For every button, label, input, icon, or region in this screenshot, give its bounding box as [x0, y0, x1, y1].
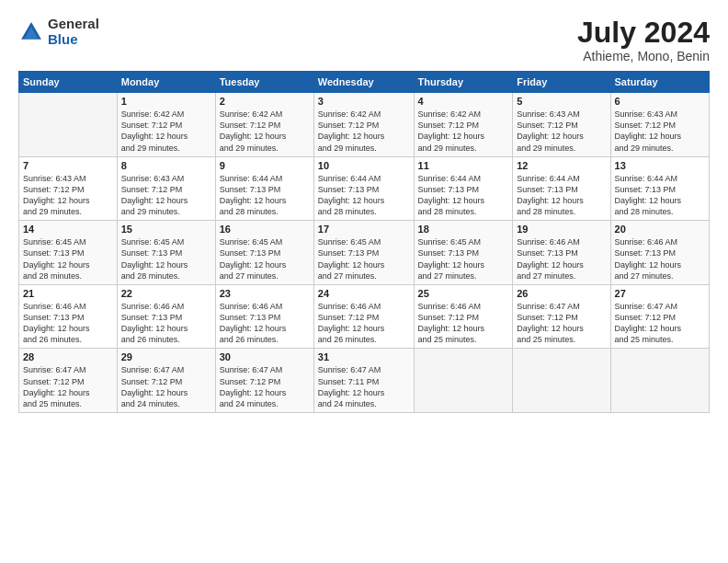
day-cell: 31Sunrise: 6:47 AM Sunset: 7:11 PM Dayli… — [313, 349, 414, 413]
day-cell — [414, 349, 513, 413]
day-info: Sunrise: 6:47 AM Sunset: 7:12 PM Dayligh… — [23, 364, 113, 409]
day-number: 1 — [121, 96, 211, 107]
day-number: 4 — [418, 96, 509, 107]
header-row: Sunday Monday Tuesday Wednesday Thursday… — [19, 72, 710, 93]
day-cell: 11Sunrise: 6:44 AM Sunset: 7:13 PM Dayli… — [414, 156, 513, 221]
header: General Blue July 2024 Athieme, Mono, Be… — [18, 17, 710, 63]
day-info: Sunrise: 6:42 AM Sunset: 7:12 PM Dayligh… — [418, 109, 509, 154]
day-number: 22 — [121, 288, 211, 299]
day-info: Sunrise: 6:43 AM Sunset: 7:12 PM Dayligh… — [615, 109, 705, 154]
day-cell: 15Sunrise: 6:45 AM Sunset: 7:13 PM Dayli… — [117, 221, 215, 285]
week-row-5: 28Sunrise: 6:47 AM Sunset: 7:12 PM Dayli… — [19, 349, 710, 413]
day-number: 3 — [318, 96, 410, 107]
logo-general: General — [48, 17, 99, 32]
day-cell: 20Sunrise: 6:46 AM Sunset: 7:13 PM Dayli… — [610, 221, 709, 285]
day-info: Sunrise: 6:46 AM Sunset: 7:13 PM Dayligh… — [517, 236, 606, 282]
day-number: 15 — [121, 224, 211, 235]
day-number: 11 — [418, 160, 509, 171]
day-cell: 17Sunrise: 6:45 AM Sunset: 7:13 PM Dayli… — [313, 221, 414, 285]
day-number: 25 — [418, 288, 509, 299]
day-cell: 22Sunrise: 6:46 AM Sunset: 7:13 PM Dayli… — [117, 284, 215, 349]
logo-text: General Blue — [48, 17, 99, 47]
day-cell: 6Sunrise: 6:43 AM Sunset: 7:12 PM Daylig… — [610, 93, 709, 157]
day-number: 8 — [121, 160, 211, 171]
day-number: 16 — [220, 224, 310, 235]
day-number: 12 — [517, 160, 606, 171]
day-number: 6 — [615, 96, 705, 107]
col-saturday: Saturday — [610, 72, 709, 93]
logo-icon — [18, 19, 44, 45]
day-number: 21 — [23, 288, 113, 299]
day-info: Sunrise: 6:44 AM Sunset: 7:13 PM Dayligh… — [418, 173, 509, 218]
day-number: 30 — [220, 351, 310, 362]
day-info: Sunrise: 6:45 AM Sunset: 7:13 PM Dayligh… — [220, 236, 310, 282]
day-info: Sunrise: 6:46 AM Sunset: 7:12 PM Dayligh… — [418, 301, 509, 346]
day-number: 24 — [318, 288, 410, 299]
day-info: Sunrise: 6:43 AM Sunset: 7:12 PM Dayligh… — [23, 173, 113, 218]
day-cell: 10Sunrise: 6:44 AM Sunset: 7:13 PM Dayli… — [313, 156, 414, 221]
day-cell: 26Sunrise: 6:47 AM Sunset: 7:12 PM Dayli… — [513, 284, 610, 349]
day-cell: 4Sunrise: 6:42 AM Sunset: 7:12 PM Daylig… — [414, 93, 513, 157]
day-cell: 30Sunrise: 6:47 AM Sunset: 7:12 PM Dayli… — [215, 349, 313, 413]
day-info: Sunrise: 6:47 AM Sunset: 7:12 PM Dayligh… — [220, 364, 310, 409]
day-number: 20 — [615, 224, 705, 235]
day-number: 26 — [517, 288, 606, 299]
day-number: 29 — [121, 351, 211, 362]
day-cell: 7Sunrise: 6:43 AM Sunset: 7:12 PM Daylig… — [19, 156, 118, 221]
day-info: Sunrise: 6:44 AM Sunset: 7:13 PM Dayligh… — [318, 173, 410, 218]
week-row-3: 14Sunrise: 6:45 AM Sunset: 7:13 PM Dayli… — [19, 221, 710, 285]
day-cell: 9Sunrise: 6:44 AM Sunset: 7:13 PM Daylig… — [215, 156, 313, 221]
day-cell — [610, 349, 709, 413]
day-cell: 16Sunrise: 6:45 AM Sunset: 7:13 PM Dayli… — [215, 221, 313, 285]
day-info: Sunrise: 6:45 AM Sunset: 7:13 PM Dayligh… — [23, 236, 113, 282]
day-info: Sunrise: 6:46 AM Sunset: 7:13 PM Dayligh… — [615, 236, 705, 282]
day-info: Sunrise: 6:47 AM Sunset: 7:12 PM Dayligh… — [517, 301, 606, 346]
day-number: 31 — [318, 351, 410, 362]
day-info: Sunrise: 6:47 AM Sunset: 7:12 PM Dayligh… — [615, 301, 705, 346]
day-cell: 23Sunrise: 6:46 AM Sunset: 7:13 PM Dayli… — [215, 284, 313, 349]
day-number: 7 — [23, 160, 113, 171]
day-cell — [19, 93, 118, 157]
day-cell: 27Sunrise: 6:47 AM Sunset: 7:12 PM Dayli… — [610, 284, 709, 349]
day-cell: 29Sunrise: 6:47 AM Sunset: 7:12 PM Dayli… — [117, 349, 215, 413]
day-cell: 13Sunrise: 6:44 AM Sunset: 7:13 PM Dayli… — [610, 156, 709, 221]
day-cell — [513, 349, 610, 413]
day-number: 14 — [23, 224, 113, 235]
day-info: Sunrise: 6:42 AM Sunset: 7:12 PM Dayligh… — [220, 109, 310, 154]
week-row-2: 7Sunrise: 6:43 AM Sunset: 7:12 PM Daylig… — [19, 156, 710, 221]
day-number: 19 — [517, 224, 606, 235]
day-cell: 14Sunrise: 6:45 AM Sunset: 7:13 PM Dayli… — [19, 221, 118, 285]
day-info: Sunrise: 6:45 AM Sunset: 7:13 PM Dayligh… — [418, 236, 509, 282]
day-info: Sunrise: 6:46 AM Sunset: 7:13 PM Dayligh… — [23, 301, 113, 346]
day-info: Sunrise: 6:43 AM Sunset: 7:12 PM Dayligh… — [517, 109, 606, 154]
day-cell: 1Sunrise: 6:42 AM Sunset: 7:12 PM Daylig… — [117, 93, 215, 157]
day-cell: 2Sunrise: 6:42 AM Sunset: 7:12 PM Daylig… — [215, 93, 313, 157]
day-cell: 3Sunrise: 6:42 AM Sunset: 7:12 PM Daylig… — [313, 93, 414, 157]
day-number: 18 — [418, 224, 509, 235]
day-cell: 19Sunrise: 6:46 AM Sunset: 7:13 PM Dayli… — [513, 221, 610, 285]
week-row-1: 1Sunrise: 6:42 AM Sunset: 7:12 PM Daylig… — [19, 93, 710, 157]
day-info: Sunrise: 6:47 AM Sunset: 7:11 PM Dayligh… — [318, 364, 410, 409]
day-number: 13 — [615, 160, 705, 171]
logo: General Blue — [18, 17, 99, 47]
title-area: July 2024 Athieme, Mono, Benin — [577, 17, 710, 63]
day-info: Sunrise: 6:44 AM Sunset: 7:13 PM Dayligh… — [517, 173, 606, 218]
day-number: 27 — [615, 288, 705, 299]
day-number: 17 — [318, 224, 410, 235]
day-info: Sunrise: 6:47 AM Sunset: 7:12 PM Dayligh… — [121, 364, 211, 409]
day-info: Sunrise: 6:42 AM Sunset: 7:12 PM Dayligh… — [318, 109, 410, 154]
day-number: 9 — [220, 160, 310, 171]
day-cell: 18Sunrise: 6:45 AM Sunset: 7:13 PM Dayli… — [414, 221, 513, 285]
day-number: 23 — [220, 288, 310, 299]
calendar-header: Sunday Monday Tuesday Wednesday Thursday… — [19, 72, 710, 93]
day-cell: 24Sunrise: 6:46 AM Sunset: 7:12 PM Dayli… — [313, 284, 414, 349]
col-wednesday: Wednesday — [313, 72, 414, 93]
day-info: Sunrise: 6:46 AM Sunset: 7:13 PM Dayligh… — [220, 301, 310, 346]
day-number: 5 — [517, 96, 606, 107]
day-info: Sunrise: 6:46 AM Sunset: 7:13 PM Dayligh… — [121, 301, 211, 346]
col-monday: Monday — [117, 72, 215, 93]
day-info: Sunrise: 6:44 AM Sunset: 7:13 PM Dayligh… — [615, 173, 705, 218]
day-number: 10 — [318, 160, 410, 171]
day-cell: 28Sunrise: 6:47 AM Sunset: 7:12 PM Dayli… — [19, 349, 118, 413]
day-cell: 12Sunrise: 6:44 AM Sunset: 7:13 PM Dayli… — [513, 156, 610, 221]
